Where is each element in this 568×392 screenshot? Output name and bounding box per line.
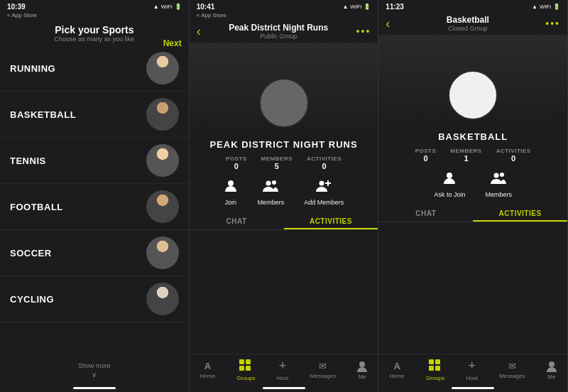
home-indicator-2 [263, 387, 305, 389]
tab-activities-2[interactable]: ACTIVITIES [284, 212, 378, 229]
app-store-link-2[interactable]: < App Store [190, 12, 378, 20]
battery-icon-2: 🔋 [364, 4, 371, 10]
stat-posts-2: POSTS 0 [226, 156, 247, 170]
members-label-3: Members [485, 191, 512, 198]
content-area-2 [190, 230, 378, 354]
host-icon-2: + [279, 359, 287, 374]
sport-list: RUNNING BASKETBALL TENNIS FOOTBALL SOCCE… [0, 45, 189, 352]
signal-icon: ▲ [153, 4, 159, 10]
tab-activities-3[interactable]: ACTIVITIES [473, 204, 567, 222]
nav-home-3[interactable]: A Home [389, 361, 404, 379]
signal-icon-2: ▲ [342, 4, 348, 10]
group-main-name-2: PEAK DISTRICT NIGHT RUNS [192, 139, 376, 150]
sport-avatar-soccer [146, 236, 179, 269]
nav-me-3[interactable]: Me [547, 361, 557, 380]
app-store-link-1[interactable]: < App Store [0, 12, 189, 20]
next-button[interactable]: Next [163, 38, 182, 48]
members-icon-2 [263, 179, 278, 197]
tab-bar-2: CHAT ACTIVITIES [190, 212, 378, 230]
back-button-3[interactable]: ‹ [386, 16, 390, 31]
sport-name-soccer: SOCCER [10, 248, 52, 258]
svg-point-3 [320, 181, 324, 186]
svg-rect-16 [429, 366, 434, 371]
dots-menu-2[interactable]: ••• [356, 26, 371, 37]
tab-chat-3[interactable]: CHAT [378, 204, 473, 222]
members-button-3[interactable]: Members [485, 171, 512, 198]
dots-menu-3[interactable]: ••• [545, 18, 560, 29]
sport-avatar-tennis [146, 144, 179, 177]
join-button[interactable]: Join [224, 179, 238, 206]
sport-item-basketball[interactable]: BASKETBALL [0, 92, 189, 138]
nav-home-2[interactable]: A Home [200, 361, 215, 379]
svg-point-2 [272, 180, 276, 185]
nav-messages-label-3: Messages [499, 373, 525, 379]
svg-rect-9 [246, 366, 251, 371]
group-stats-3: POSTS 0 MEMBERS 1 ACTIVITIES 0 [378, 145, 567, 165]
nav-groups-2[interactable]: Groups [236, 359, 255, 381]
nav-me-label-2: Me [359, 374, 366, 380]
group-name-section-2: PEAK DISTRICT NIGHT RUNS [190, 135, 378, 153]
nav-home-label-2: Home [200, 373, 215, 379]
sport-item-soccer[interactable]: SOCCER [0, 230, 189, 276]
status-time-2: 10:41 [197, 3, 215, 11]
add-members-button[interactable]: Add Members [304, 179, 344, 206]
stat-activities-value-3: 0 [496, 154, 531, 163]
nav-host-label-3: Host [466, 375, 478, 381]
group-main-name-3: BASKETBALL [381, 131, 564, 142]
nav-host-2[interactable]: + Host [277, 359, 288, 381]
sport-item-tennis[interactable]: TENNIS [0, 138, 189, 184]
messages-icon-2: ✉ [319, 361, 327, 371]
screen-pick-sports: 10:39 ▲ WiFi 🔋 < App Store Pick your Spo… [0, 0, 190, 392]
group-title-3: Basketball [447, 15, 489, 25]
stat-posts-3: POSTS 0 [415, 148, 437, 163]
svg-point-18 [549, 361, 555, 367]
status-icons-2: ▲ WiFi 🔋 [342, 4, 371, 10]
ask-to-join-icon [442, 171, 457, 189]
svg-rect-6 [239, 359, 244, 364]
status-icons-1: ▲ WiFi 🔋 [153, 4, 182, 10]
stat-members-3: MEMBERS 1 [450, 148, 481, 163]
sport-avatar-running [146, 52, 179, 85]
nav-me-2[interactable]: Me [357, 361, 367, 380]
show-more-section[interactable]: Show more ∨ [0, 352, 189, 384]
ask-to-join-label: Ask to Join [434, 191, 465, 198]
ask-to-join-button[interactable]: Ask to Join [434, 171, 465, 198]
sport-item-football[interactable]: FOOTBALL [0, 184, 189, 230]
pick-sports-title: Pick your Sports [7, 24, 182, 36]
tab-chat-2[interactable]: CHAT [190, 212, 284, 229]
action-buttons-2: Join Members Add [190, 173, 378, 212]
svg-point-1 [266, 181, 271, 186]
nav-host-3[interactable]: + Host [466, 359, 478, 381]
group-hero-2 [190, 43, 378, 135]
groups-icon-2 [239, 359, 252, 374]
nav-messages-label-2: Messages [310, 373, 336, 379]
members-icon-3 [491, 171, 506, 189]
sport-item-running[interactable]: RUNNING [0, 45, 189, 92]
stat-activities-2: ACTIVITIES 0 [307, 156, 342, 170]
svg-point-0 [228, 180, 234, 186]
status-bar-3: 11:23 ▲ WiFi 🔋 [378, 0, 567, 12]
pick-sports-header: Pick your Sports Choose as many as you l… [0, 20, 189, 45]
sport-name-tennis: TENNIS [10, 156, 46, 166]
stat-members-label-2: MEMBERS [261, 156, 293, 162]
status-time-1: 10:39 [7, 3, 26, 11]
svg-rect-14 [429, 359, 434, 364]
status-bar-2: 10:41 ▲ WiFi 🔋 [190, 0, 378, 12]
stat-activities-value-2: 0 [307, 162, 342, 170]
status-bar-1: 10:39 ▲ WiFi 🔋 [0, 0, 189, 12]
members-button-2[interactable]: Members [258, 179, 285, 206]
group-avatar-2 [259, 78, 309, 128]
stat-posts-label-2: POSTS [226, 156, 247, 162]
back-button-2[interactable]: ‹ [197, 24, 201, 39]
svg-rect-7 [246, 359, 251, 364]
nav-messages-2[interactable]: ✉ Messages [310, 361, 336, 379]
group-title-2: Peak District Night Runs [229, 23, 328, 33]
show-more-text: Show more [78, 362, 111, 369]
tab-bar-3: CHAT ACTIVITIES [378, 204, 567, 222]
status-time-3: 11:23 [386, 3, 404, 11]
signal-icon-3: ▲ [532, 4, 537, 10]
stat-activities-label-3: ACTIVITIES [496, 148, 531, 154]
nav-messages-3[interactable]: ✉ Messages [499, 361, 525, 379]
nav-groups-3[interactable]: Groups [426, 359, 444, 381]
sport-item-cycling[interactable]: CYCLING [0, 276, 189, 322]
